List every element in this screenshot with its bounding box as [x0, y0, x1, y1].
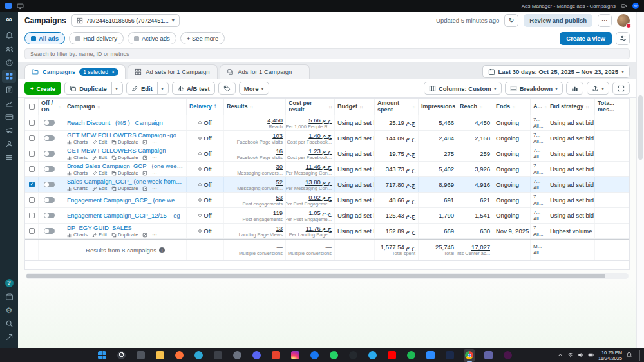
filter-pill-active-ads[interactable]: Active ads: [128, 32, 176, 44]
scrollbar-thumb[interactable]: [26, 274, 605, 278]
campaign-link[interactable]: Engagement Campaign_GCP_12/15 – eg: [67, 212, 184, 219]
vertical-scrollbar[interactable]: [636, 12, 644, 348]
col-delivery[interactable]: Delivery↑: [186, 99, 223, 115]
row-checkbox[interactable]: [29, 197, 35, 203]
col-total-messaging[interactable]: Tota...mes...: [594, 99, 629, 115]
taskbar-clock[interactable]: 10:25 PM 11/24/2025: [598, 350, 622, 361]
taskbar-app-github[interactable]: [348, 349, 359, 362]
taskbar-app-telegram[interactable]: [367, 349, 378, 362]
duplicate-action[interactable]: Duplicate: [111, 139, 138, 145]
taskbar-app-edge[interactable]: [193, 349, 204, 362]
chevron-up-icon[interactable]: [557, 352, 564, 359]
row-checkbox[interactable]: [29, 120, 35, 126]
charts-panel-button[interactable]: [566, 82, 583, 95]
taskbar-app-file-explorer[interactable]: [155, 349, 166, 362]
results-value[interactable]: 103: [272, 132, 283, 139]
create-button[interactable]: +Create: [24, 82, 61, 95]
table-row[interactable]: Engagement Campaign_GCP_ (one week from …: [25, 193, 629, 208]
taskbar-app-whatsapp[interactable]: [328, 349, 339, 362]
ab-test-button[interactable]: A/B test: [172, 82, 215, 95]
table-row[interactable]: GET MEW FOLLOWERS Campaign Charts Edit D…: [25, 146, 629, 162]
horizontal-scrollbar[interactable]: [26, 273, 629, 279]
taskbar-notifications-icon[interactable]: [626, 352, 632, 359]
cost-per-result-value[interactable]: 5.66 ج.م: [308, 117, 332, 124]
charts-action[interactable]: Charts: [67, 139, 88, 145]
row-more-actions[interactable]: ⋯: [152, 186, 157, 191]
duplicate-caret[interactable]: ▾: [111, 82, 118, 94]
edit-action[interactable]: Edit: [92, 170, 107, 176]
info-icon[interactable]: i: [159, 247, 165, 253]
table-row[interactable]: Broad Sales Campaign_GCP_ (one week from…: [25, 162, 629, 177]
campaign-toggle[interactable]: [44, 228, 55, 234]
campaign-toggle[interactable]: [44, 197, 55, 203]
cost-per-result-value[interactable]: 1.05 ج.م: [308, 209, 332, 216]
tab-ad-sets[interactable]: Ad sets for 1 Campaign: [128, 64, 218, 79]
col-bid-strategy[interactable]: Bid strategy↑↓: [547, 99, 594, 115]
cost-per-result-value[interactable]: 11.46 ج.م: [306, 163, 332, 170]
col-campaign[interactable]: Campaign↑↓: [64, 99, 186, 115]
filter-pill-all-ads[interactable]: All ads: [24, 32, 65, 44]
tab-ads[interactable]: Ads for 1 Campaign: [220, 64, 310, 79]
taskbar-app-slack[interactable]: [502, 349, 513, 362]
taskbar-app-firefox[interactable]: [174, 349, 185, 362]
campaign-toggle[interactable]: [44, 182, 55, 187]
campaign-link[interactable]: GET MEW FOLLOWERS Campaign: [67, 147, 184, 154]
clear-selection-icon[interactable]: ×: [111, 69, 115, 75]
refresh-button[interactable]: ↻: [504, 14, 518, 27]
taskbar-app-start[interactable]: [97, 349, 108, 362]
open-action[interactable]: [142, 186, 147, 191]
duplicate-action[interactable]: Duplicate: [111, 170, 138, 176]
table-row[interactable]: Reach Discount _(%5 )_ Campaign Charts E…: [25, 115, 629, 131]
edit-action[interactable]: Edit: [92, 186, 107, 191]
campaign-toggle[interactable]: [44, 166, 55, 172]
row-more-actions[interactable]: ⋯: [152, 170, 157, 176]
cost-per-result-value[interactable]: 11.76 ج.م: [306, 225, 332, 232]
all-tools-menu-icon[interactable]: [2, 151, 16, 164]
taskbar-app-zoom[interactable]: [425, 349, 436, 362]
edit-action[interactable]: Edit: [92, 155, 107, 160]
titlebar-display-icon[interactable]: [17, 3, 24, 10]
account-person-icon[interactable]: [2, 137, 16, 151]
row-checkbox[interactable]: [29, 182, 35, 187]
row-checkbox[interactable]: [29, 166, 35, 172]
campaign-toggle[interactable]: [44, 213, 55, 218]
row-checkbox[interactable]: [29, 228, 35, 234]
row-checkbox[interactable]: [29, 151, 35, 157]
billing-icon[interactable]: [2, 110, 16, 124]
more-button[interactable]: More▾: [239, 82, 269, 95]
results-value[interactable]: 16: [276, 148, 283, 155]
taskbar-app-app-gray[interactable]: [232, 349, 243, 362]
wifi-icon[interactable]: [567, 352, 574, 359]
analytics-icon[interactable]: [2, 97, 16, 110]
col-reach[interactable]: Reach↑↓: [457, 99, 493, 115]
edit-action[interactable]: Edit: [92, 139, 107, 145]
taskbar-app-discord[interactable]: [251, 349, 262, 362]
taskbar-app-instagram[interactable]: [290, 349, 301, 362]
meta-logo-icon[interactable]: ∞: [6, 15, 12, 24]
col-results[interactable]: Results↑↓: [223, 99, 285, 115]
results-value[interactable]: 4,450: [267, 117, 283, 124]
create-view-button[interactable]: Create a view: [560, 32, 612, 45]
audiences-icon[interactable]: [2, 43, 16, 56]
col-cost-per-result[interactable]: Cost per result↑↓: [285, 99, 334, 115]
taskbar-app-spotify[interactable]: [406, 349, 417, 362]
volume-icon[interactable]: [578, 352, 584, 359]
taskbar-app-facebook[interactable]: [309, 349, 320, 362]
charts-action[interactable]: Charts: [67, 170, 88, 176]
campaign-toggle[interactable]: [44, 151, 55, 157]
battery-icon[interactable]: [588, 352, 594, 359]
tab-campaigns[interactable]: Campaigns 1 selected×: [24, 64, 126, 79]
notifications-icon[interactable]: [2, 29, 16, 43]
taskbar-app-app-navy[interactable]: [444, 349, 455, 362]
share-arrow-icon[interactable]: [2, 330, 16, 344]
charts-action[interactable]: Charts: [67, 232, 88, 238]
results-value[interactable]: 30: [276, 163, 283, 170]
search-nav-icon[interactable]: [2, 317, 16, 330]
col-budget[interactable]: Budget↑↓: [334, 99, 374, 115]
col-attribution[interactable]: A...↑↓: [530, 99, 547, 115]
row-checkbox[interactable]: [29, 135, 35, 141]
taskbar-app-youtube[interactable]: [386, 349, 397, 362]
review-publish-button[interactable]: Review and publish: [524, 14, 592, 27]
row-more-actions[interactable]: ⋯: [152, 232, 157, 238]
taskbar-app-app-dark-1[interactable]: [213, 349, 223, 362]
